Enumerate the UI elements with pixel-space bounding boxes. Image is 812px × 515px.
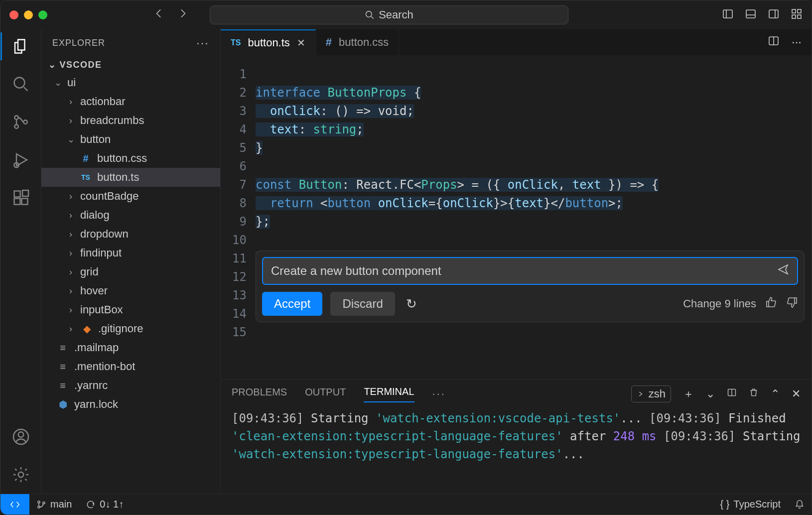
split-terminal-icon[interactable]: [727, 387, 737, 400]
close-window-button[interactable]: [9, 10, 18, 19]
editor-body[interactable]: 123456789101112131415 interface ButtonPr…: [221, 55, 812, 379]
svg-rect-2: [746, 10, 755, 18]
layout-sidebar-left-icon[interactable]: [722, 8, 734, 22]
nav-forward-button[interactable]: [176, 7, 189, 23]
folder-root[interactable]: ⌄ VSCODE: [41, 56, 220, 73]
window-controls: [9, 10, 47, 19]
search-placeholder: Search: [379, 8, 413, 21]
svg-point-18: [18, 432, 23, 437]
tree-file-button-ts[interactable]: TSbutton.ts: [41, 168, 220, 187]
terminal-shell-select[interactable]: zsh: [631, 386, 671, 402]
svg-point-11: [23, 120, 27, 124]
customize-layout-icon[interactable]: [791, 8, 803, 22]
tab-label: button.css: [339, 36, 389, 49]
tab-more-icon[interactable]: ···: [792, 35, 802, 50]
editor-area: TS button.ts ✕ # button.css ··· 12345678…: [221, 29, 812, 494]
split-editor-icon[interactable]: [768, 35, 780, 50]
activity-source-control[interactable]: [11, 112, 31, 132]
svg-point-0: [366, 11, 372, 17]
command-center-search[interactable]: Search: [210, 5, 568, 24]
tree-folder-dropdown[interactable]: ›dropdown: [41, 225, 220, 244]
tree-file-gitignore[interactable]: ›◆.gitignore: [41, 319, 220, 338]
tab-button-css[interactable]: # button.css: [316, 29, 400, 55]
panel-tab-output[interactable]: OUTPUT: [305, 386, 346, 402]
panel-more-icon[interactable]: ···: [432, 387, 446, 400]
svg-rect-6: [792, 15, 796, 18]
sidebar-title: EXPLORER: [52, 38, 105, 48]
activity-settings[interactable]: [11, 465, 31, 485]
panel-tab-terminal[interactable]: TERMINAL: [364, 386, 414, 402]
thumbs-up-icon[interactable]: [765, 296, 777, 311]
terminal-profile-dropdown-icon[interactable]: ⌄: [706, 387, 715, 400]
tree-file-button-css[interactable]: #button.css: [41, 149, 220, 168]
svg-rect-15: [21, 199, 27, 205]
explorer-sidebar: EXPLORER ··· ⌄ VSCODE ⌄ui ›actionbar ›br…: [41, 29, 221, 494]
terminal-output[interactable]: [09:43:36] Starting 'watch-extension:vsc…: [221, 402, 812, 470]
inline-chat-input[interactable]: [271, 264, 777, 278]
nav-back-button[interactable]: [153, 7, 166, 23]
trash-icon[interactable]: [749, 387, 759, 400]
tree-folder-actionbar[interactable]: ›actionbar: [41, 92, 220, 111]
panel-tab-problems[interactable]: PROBLEMS: [232, 386, 287, 402]
tree-file-yarnlock[interactable]: ⬢yarn.lock: [41, 395, 220, 414]
notifications-icon[interactable]: [788, 499, 812, 510]
svg-rect-4: [792, 9, 796, 13]
svg-point-24: [43, 502, 45, 504]
svg-rect-3: [769, 10, 778, 18]
activity-search[interactable]: [11, 74, 31, 94]
tree-folder-findinput[interactable]: ›findinput: [41, 244, 220, 262]
chevron-down-icon: ⌄: [48, 59, 57, 70]
svg-point-10: [14, 125, 18, 129]
activity-accounts[interactable]: [11, 427, 31, 447]
editor-tabs: TS button.ts ✕ # button.css ···: [221, 29, 812, 55]
svg-rect-1: [723, 10, 732, 18]
svg-rect-5: [798, 9, 801, 13]
maximize-panel-icon[interactable]: ⌃: [771, 387, 780, 400]
svg-point-22: [38, 501, 40, 503]
svg-rect-7: [798, 15, 801, 18]
tree-file-yarnrc[interactable]: ≡.yarnrc: [41, 376, 220, 395]
tree-folder-dialog[interactable]: ›dialog: [41, 206, 220, 225]
code-content[interactable]: interface ButtonProps { onClick: () => v…: [256, 55, 812, 379]
ts-file-icon: TS: [231, 38, 241, 47]
svg-point-9: [14, 116, 18, 120]
sidebar-more-icon[interactable]: ···: [196, 36, 209, 50]
tree-folder-inputbox[interactable]: ›inputBox: [41, 300, 220, 319]
language-mode[interactable]: { } TypeScript: [713, 499, 788, 510]
activity-run-debug[interactable]: [11, 150, 31, 170]
tree-folder-ui[interactable]: ⌄ui: [41, 73, 220, 92]
titlebar: Search: [0, 0, 812, 29]
branch-indicator[interactable]: main: [29, 499, 79, 510]
tree-file-mentionbot[interactable]: ≡.mention-bot: [41, 357, 220, 376]
thumbs-down-icon[interactable]: [786, 296, 798, 311]
accept-button[interactable]: Accept: [262, 292, 322, 316]
svg-point-23: [38, 506, 40, 508]
tab-button-ts[interactable]: TS button.ts ✕: [221, 29, 316, 55]
minimize-window-button[interactable]: [24, 10, 33, 19]
svg-rect-16: [22, 190, 28, 196]
remote-button[interactable]: [0, 494, 29, 515]
new-terminal-icon[interactable]: ＋: [683, 386, 694, 401]
discard-button[interactable]: Discard: [330, 292, 395, 316]
tree-folder-countbadge[interactable]: ›countBadge: [41, 187, 220, 206]
layout-panel-icon[interactable]: [745, 8, 757, 22]
svg-point-19: [18, 472, 23, 478]
css-file-icon: #: [326, 36, 332, 49]
activity-explorer[interactable]: [11, 36, 31, 56]
close-panel-icon[interactable]: ✕: [792, 387, 801, 400]
tree-folder-breadcrumbs[interactable]: ›breadcrumbs: [41, 111, 220, 130]
bottom-panel: PROBLEMS OUTPUT TERMINAL ··· zsh ＋ ⌄ ⌃ ✕: [221, 379, 812, 494]
sync-indicator[interactable]: 0↓ 1↑: [79, 499, 131, 510]
regenerate-icon[interactable]: ↻: [406, 296, 417, 312]
layout-sidebar-right-icon[interactable]: [768, 8, 780, 22]
svg-point-8: [14, 78, 24, 88]
close-tab-icon[interactable]: ✕: [297, 37, 305, 49]
tree-folder-button[interactable]: ⌄button: [41, 130, 220, 149]
tree-file-mailmap[interactable]: ≡.mailmap: [41, 338, 220, 357]
send-icon[interactable]: [777, 263, 789, 278]
activity-extensions[interactable]: [11, 188, 31, 208]
tab-label: button.ts: [248, 36, 289, 49]
maximize-window-button[interactable]: [38, 10, 47, 19]
tree-folder-grid[interactable]: ›grid: [41, 262, 220, 281]
tree-folder-hover[interactable]: ›hover: [41, 281, 220, 300]
